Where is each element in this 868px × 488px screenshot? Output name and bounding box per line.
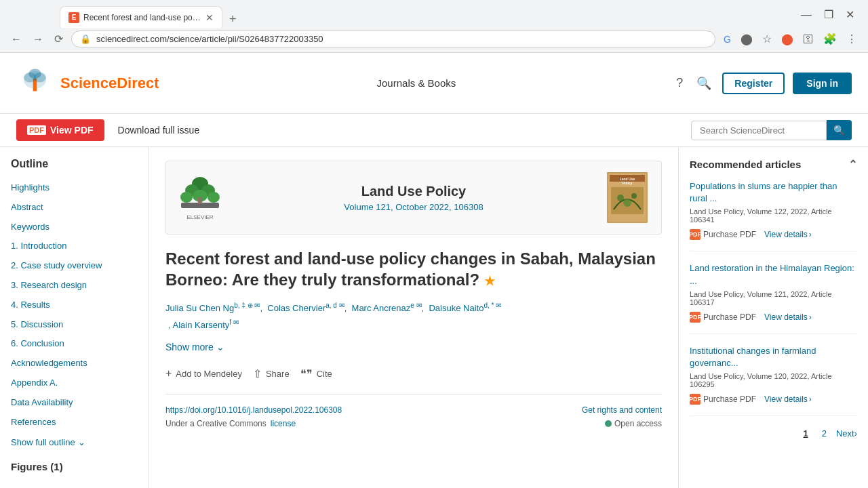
svg-point-13	[208, 192, 220, 203]
links-row: https://doi.org/10.1016/j.landusepol.202…	[165, 405, 662, 415]
license-link[interactable]: license	[271, 419, 296, 428]
new-tab-button[interactable]: +	[225, 11, 241, 28]
sidebar-item-keywords[interactable]: Keywords	[11, 218, 138, 237]
site-header: ScienceDirect Journals & Books ? 🔍 Regis…	[0, 53, 868, 114]
sidebar-item-case-study[interactable]: 2. Case study overview	[11, 256, 138, 276]
view-pdf-label: View PDF	[50, 125, 94, 136]
sidebar-item-acknowledgements[interactable]: Acknowledgements	[11, 354, 138, 373]
nav-icons: G ⬤ ☆ ⬤ ⚿ 🧩 ⋮	[721, 30, 860, 48]
cite-icon: ❝❞	[300, 367, 313, 380]
signin-button[interactable]: Sign in	[793, 73, 852, 94]
elsevier-logo-icon	[16, 61, 54, 105]
bookmark-star-icon[interactable]: ★	[484, 274, 495, 288]
sidebar-item-research-design[interactable]: 3. Research design	[11, 276, 138, 296]
author-alain[interactable]: Alain Karsenty	[173, 320, 230, 330]
register-button[interactable]: Register	[722, 73, 785, 94]
page-1-button[interactable]: 1	[799, 427, 812, 440]
sidebar-item-appendix[interactable]: Appendix A.	[11, 373, 138, 393]
open-access-label: Open access	[614, 419, 662, 428]
tab-close-button[interactable]: ✕	[205, 12, 214, 23]
address-bar: 🔒	[71, 30, 715, 47]
profile-icon[interactable]: ⚿	[800, 30, 816, 48]
next-label: Next	[836, 428, 854, 439]
page-2-button[interactable]: 2	[818, 427, 831, 440]
google-icon[interactable]: G	[721, 31, 734, 47]
menu-icon[interactable]: ⋮	[844, 30, 860, 48]
sidebar-item-results[interactable]: 4. Results	[11, 296, 138, 315]
help-button[interactable]: ?	[673, 73, 686, 93]
next-page-button[interactable]: Next ›	[836, 428, 857, 439]
authors-list: Julia Su Chen Ngb, ‡ ⊕ ✉, Colas Chervier…	[165, 300, 662, 333]
extensions-puzzle-icon[interactable]: 🧩	[821, 30, 840, 48]
forward-button[interactable]: →	[30, 30, 46, 48]
rec-article-3-title[interactable]: Institutional changes in farmland govern…	[690, 345, 857, 369]
svg-point-5	[28, 68, 41, 79]
show-more-button[interactable]: Show more ⌄	[165, 339, 224, 355]
add-mendeley-button[interactable]: + Add to Mendeley	[165, 365, 242, 382]
logo[interactable]: ScienceDirect	[16, 61, 159, 105]
author-colas[interactable]: Colas Chervier	[267, 304, 326, 314]
show-full-outline-button[interactable]: Show full outline ⌄	[11, 437, 138, 447]
search-submit-button[interactable]: 🔍	[827, 120, 852, 140]
reload-button[interactable]: ⟳	[52, 30, 66, 48]
chevron-right-next-icon: ›	[854, 428, 857, 439]
svg-text:ELSEVIER: ELSEVIER	[186, 214, 213, 220]
rights-link[interactable]: Get rights and content	[582, 405, 662, 415]
sidebar-item-data-availability[interactable]: Data Availability	[11, 393, 138, 413]
close-window-button[interactable]: ✕	[840, 5, 860, 24]
sidebar-item-references[interactable]: References	[11, 413, 138, 432]
view-details-3-label: View details	[764, 394, 808, 404]
rec-purchase-pdf-3-button[interactable]: PDF Purchase PDF	[690, 394, 756, 405]
journals-books-link[interactable]: Journals & Books	[377, 77, 456, 89]
rec-view-details-1-button[interactable]: View details ›	[764, 230, 812, 239]
author-julia[interactable]: Julia Su Chen Ng	[165, 304, 234, 314]
journal-info: Land Use Policy Volume 121, October 2022…	[220, 184, 607, 212]
action-buttons: + Add to Mendeley ⇧ Share ❝❞ Cite	[165, 365, 662, 394]
rec-article-1: Populations in slums are happier than ru…	[690, 180, 857, 251]
view-pdf-button[interactable]: PDF View PDF	[16, 119, 104, 141]
pdf-icon-1: PDF	[690, 229, 701, 240]
share-button[interactable]: ⇧ Share	[253, 365, 290, 383]
rec-article-2-title[interactable]: Land restoration in the Himalayan Region…	[690, 262, 857, 287]
search-input[interactable]	[691, 121, 827, 140]
download-full-issue-link[interactable]: Download full issue	[118, 125, 200, 136]
rec-article-1-title[interactable]: Populations in slums are happier than ru…	[690, 180, 857, 205]
show-more-label: Show more	[165, 342, 214, 352]
browser-tab[interactable]: E Recent forest and land-use polic... ✕	[60, 6, 222, 28]
rec-article-3: Institutional changes in farmland govern…	[690, 345, 857, 416]
sidebar-item-abstract[interactable]: Abstract	[11, 198, 138, 218]
rec-purchase-pdf-1-button[interactable]: PDF Purchase PDF	[690, 229, 756, 240]
sidebar-item-intro[interactable]: 1. Introduction	[11, 237, 138, 256]
rec-article-2-meta: Land Use Policy, Volume 121, 2022, Artic…	[690, 290, 857, 306]
collapse-recommended-button[interactable]: ⌃	[848, 158, 857, 171]
journal-volume[interactable]: Volume 121, October 2022, 106308	[220, 202, 607, 212]
pdf-icon: PDF	[27, 125, 46, 135]
author-daisuke[interactable]: Daisuke Naito	[429, 304, 484, 314]
sidebar: Outline Highlights Abstract Keywords 1. …	[0, 147, 149, 488]
header-right: ? 🔍 Register Sign in	[673, 73, 852, 94]
restore-button[interactable]: ❐	[818, 5, 839, 24]
elsevier-tree-logo: ELSEVIER	[180, 176, 220, 220]
bookmark-star-icon[interactable]: ☆	[760, 30, 774, 48]
url-input[interactable]	[96, 34, 707, 44]
back-button[interactable]: ←	[8, 30, 24, 48]
bookmark-manager-icon[interactable]: ⬤	[778, 30, 796, 48]
extensions-icon[interactable]: ⬤	[738, 30, 755, 48]
chevron-right-icon-3: ›	[809, 394, 812, 404]
svg-text:Policy: Policy	[623, 181, 633, 185]
share-label: Share	[266, 369, 290, 379]
search-button[interactable]: 🔍	[694, 73, 714, 94]
cite-button[interactable]: ❝❞ Cite	[300, 365, 332, 383]
sidebar-item-highlights[interactable]: Highlights	[11, 178, 138, 198]
author-marc[interactable]: Marc Ancrenaz	[352, 304, 411, 314]
share-icon: ⇧	[253, 367, 262, 380]
chevron-down-icon: ⌄	[78, 437, 85, 447]
doi-link[interactable]: https://doi.org/10.1016/j.landusepol.202…	[165, 405, 342, 415]
view-details-2-label: View details	[764, 312, 808, 322]
sidebar-item-discussion[interactable]: 5. Discussion	[11, 315, 138, 335]
minimize-button[interactable]: —	[795, 5, 817, 24]
sidebar-item-conclusion[interactable]: 6. Conclusion	[11, 334, 138, 354]
rec-view-details-2-button[interactable]: View details ›	[764, 312, 812, 322]
rec-purchase-pdf-2-button[interactable]: PDF Purchase PDF	[690, 312, 756, 323]
rec-view-details-3-button[interactable]: View details ›	[764, 394, 812, 404]
